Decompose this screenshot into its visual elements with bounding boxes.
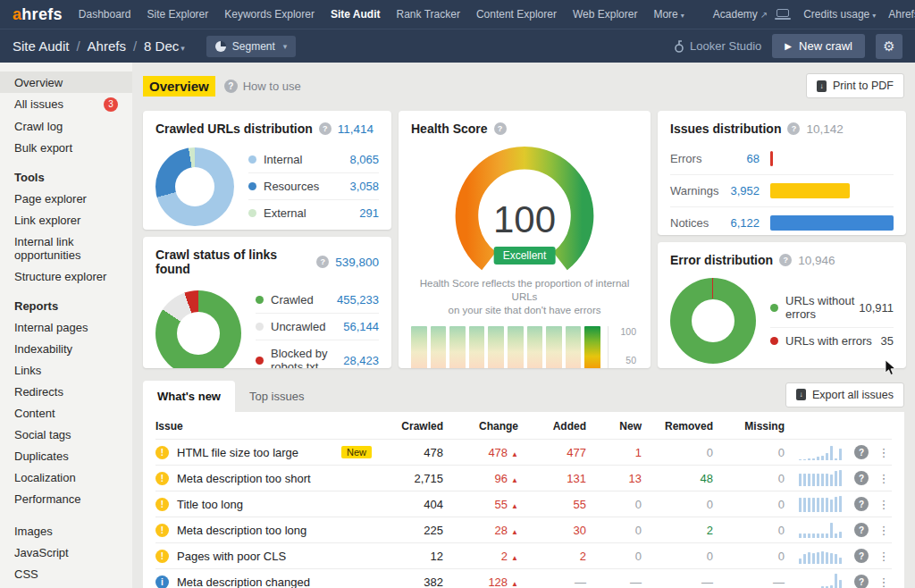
breadcrumb-site-audit[interactable]: Site Audit [13,38,69,54]
issue-row-meta-description-too-short[interactable]: !Meta description too short2,71596▲13113… [155,465,892,491]
issue-name[interactable]: Meta description too long [177,524,306,537]
col-missing[interactable]: Missing [713,420,785,433]
nav-item-site-explorer[interactable]: Site Explorer [147,8,209,21]
print-to-pdf-button[interactable]: Print to PDF [806,73,904,98]
sidebar-item-content[interactable]: Content [0,402,132,424]
issue-row-meta-description-too-long[interactable]: !Meta description too long22528▲30020?⋮ [155,517,892,542]
legend-item-external[interactable]: External291 [248,200,379,226]
sidebar-item-all-issues[interactable]: All issues3 [0,93,132,115]
col-issue[interactable]: Issue [155,420,384,433]
help-icon[interactable]: ? [854,575,869,588]
sidebar-item-redirects[interactable]: Redirects [0,381,132,402]
sidebar-item-images[interactable]: Images [0,520,132,542]
nav-item-content-explorer[interactable]: Content Explorer [476,8,557,21]
breadcrumb: Site Audit / Ahrefs / 8 Dec▾ Segment▾ [13,36,296,57]
nav-item-dashboard[interactable]: Dashboard [79,8,131,21]
sidebar-item-links[interactable]: Links [0,359,132,381]
legend-item-resources[interactable]: Resources3,058 [248,173,379,200]
more-options-icon[interactable]: ⋮ [876,550,892,563]
legend-label: Internal [264,153,302,166]
nav-item-keywords-explorer[interactable]: Keywords Explorer [224,8,315,21]
segment-dropdown[interactable]: Segment▾ [206,36,297,57]
card-total[interactable]: 11,414 [338,122,374,136]
issue-name[interactable]: HTML file size too large [177,446,298,459]
legend-item-internal[interactable]: Internal8,065 [248,147,379,173]
legend-item-blocked-by-robots-txt[interactable]: Blocked by robots.txt28,423 [256,340,379,368]
sidebar-item-link-explorer[interactable]: Link explorer [0,209,132,231]
sidebar-item-internal-pages[interactable]: Internal pages [0,316,132,338]
device-icon[interactable] [775,9,791,20]
sidebar-item-bulk-export[interactable]: Bulk export [0,137,132,158]
issues-dist-row-errors[interactable]: Errors68 [670,143,894,175]
legend-item-crawled[interactable]: Crawled455,233 [256,287,379,314]
legend-label: Blocked by robots.txt [271,347,343,368]
issue-row-pages-with-poor-cls[interactable]: !Pages with poor CLS122▲2000?⋮ [155,542,892,568]
change-value: 478▲ [443,446,518,459]
more-options-icon[interactable]: ⋮ [876,498,892,511]
sidebar-item-javascript[interactable]: JavaScript [0,542,132,563]
issue-name[interactable]: Meta description changed [177,575,310,588]
help-icon[interactable]: ? [854,549,869,563]
help-icon[interactable]: ? [854,497,869,511]
sidebar-item-social-tags[interactable]: Social tags [0,424,132,445]
sidebar-item-performance[interactable]: Performance [0,488,132,509]
legend-item-urls-without-errors[interactable]: URLs without errors10,911 [770,288,894,328]
issue-name[interactable]: Title too long [177,498,243,511]
help-icon[interactable]: ? [319,122,332,135]
export-icon [796,389,806,400]
issue-name[interactable]: Pages with poor CLS [177,550,286,563]
sidebar-item-crawl-log[interactable]: Crawl log [0,115,132,137]
issue-row-title-too-long[interactable]: !Title too long40455▲55000?⋮ [155,491,892,517]
sidebar-item-localization[interactable]: Localization [0,466,132,488]
help-icon[interactable]: ? [224,80,238,93]
issue-name[interactable]: Meta description too short [177,472,311,485]
how-to-use-link[interactable]: How to use [243,80,301,93]
credits-usage-menu[interactable]: Credits usage▾ [803,8,876,21]
issue-row-meta-description-changed[interactable]: iMeta description changed382128▲————?⋮ [155,568,892,588]
sidebar-item-overview[interactable]: Overview [0,71,132,93]
sidebar-item-structure-explorer[interactable]: Structure explorer [0,265,132,287]
more-options-icon[interactable]: ⋮ [876,575,892,588]
more-options-icon[interactable]: ⋮ [876,472,892,485]
more-options-icon[interactable]: ⋮ [876,446,892,459]
col-added[interactable]: Added [518,420,586,433]
col-removed[interactable]: Removed [642,420,713,433]
sidebar-item-duplicates[interactable]: Duplicates [0,445,132,466]
card-total[interactable]: 539,800 [335,256,379,269]
new-crawl-button[interactable]: ▶New crawl [772,34,865,58]
col-new[interactable]: New [586,420,642,433]
legend-item-urls-with-errors[interactable]: URLs with errors35 [770,328,894,354]
help-icon[interactable]: ? [787,122,800,135]
issues-dist-row-warnings[interactable]: Warnings3,952 [670,175,894,207]
col-change[interactable]: Change [443,420,518,433]
tab-top-issues[interactable]: Top issues [235,381,318,412]
issues-dist-row-notices[interactable]: Notices6,122 [670,207,894,235]
help-icon[interactable]: ? [854,445,869,459]
sidebar-item-page-explorer[interactable]: Page explorer [0,188,132,209]
nav-item-more[interactable]: More▾ [653,8,684,21]
looker-studio-link[interactable]: Looker Studio [674,39,761,53]
export-all-issues-button[interactable]: Export all issues [785,382,904,407]
help-icon[interactable]: ? [854,471,869,485]
sidebar-item-css[interactable]: CSS [0,563,132,584]
help-icon[interactable]: ? [494,122,507,135]
enterprise-menu[interactable]: Ahrefs Enterprise▾ [888,8,915,21]
tab-whats-new[interactable]: What's new [143,381,235,412]
legend-item-uncrawled[interactable]: Uncrawled56,144 [256,314,379,340]
help-icon[interactable]: ? [779,254,792,266]
breadcrumb-project[interactable]: Ahrefs [88,38,126,54]
more-options-icon[interactable]: ⋮ [876,524,892,537]
nav-item-academy[interactable]: Academy↗ [713,8,768,21]
help-icon[interactable]: ? [316,256,329,268]
issue-row-html-file-size-too-large[interactable]: !HTML file size too largeNew478478▲47710… [155,439,892,465]
sidebar-item-internal-link-opportunities[interactable]: Internal link opportunities [0,231,132,265]
help-icon[interactable]: ? [854,523,869,537]
breadcrumb-crawl-date[interactable]: 8 Dec▾ [144,38,185,54]
ahrefs-logo[interactable]: ahrefs [13,5,63,24]
settings-button[interactable]: ⚙ [876,34,902,59]
col-crawled[interactable]: Crawled [384,420,443,433]
nav-item-web-explorer[interactable]: Web Explorer [573,8,637,21]
nav-item-site-audit[interactable]: Site Audit [331,8,381,21]
nav-item-rank-tracker[interactable]: Rank Tracker [397,8,460,21]
sidebar-item-indexability[interactable]: Indexability [0,338,132,359]
